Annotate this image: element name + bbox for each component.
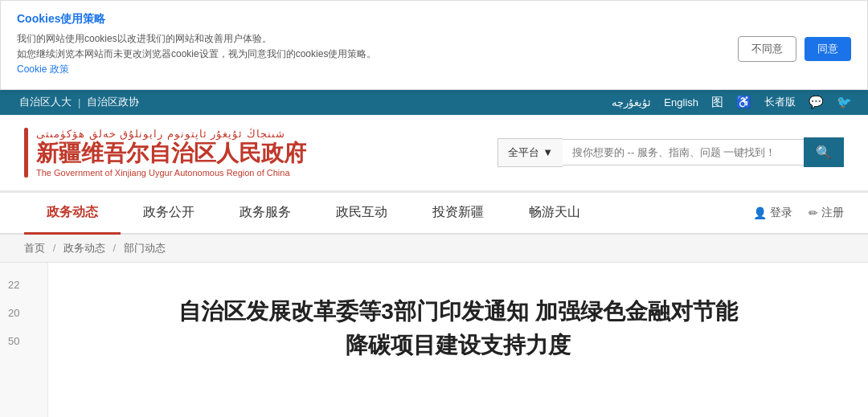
content-wrapper: 22 20 50 自治区发展改革委等3部门印发通知 加强绿色金融对节能降碳项目建… [0, 263, 868, 417]
top-bar: 自治区人大 | 自治区政协 ئۇيغۇرچە English 图 ♿ 长者版 💬… [0, 90, 868, 115]
chevron-down-icon: ▼ [542, 146, 553, 158]
logo-red-bar [24, 128, 28, 178]
search-input[interactable] [563, 140, 804, 165]
nav-item-zhengwugongkai[interactable]: 政务公开 [121, 193, 217, 235]
logo-chinese-text: 新疆维吾尔自治区人民政府 [36, 141, 306, 166]
accept-button[interactable]: 同意 [805, 37, 851, 61]
search-platform-selector[interactable]: 全平台 ▼ [497, 138, 563, 167]
topbar-image-icon[interactable]: 图 [711, 95, 723, 110]
nav-right: 👤 登录 ✏ 注册 [753, 206, 844, 220]
cookie-desc: 我们的网站使用cookies以改进我们的网站和改善用户体验。 如您继续浏览本网站… [17, 31, 722, 78]
main-nav: 政务动态 政务公开 政务服务 政民互动 投资新疆 畅游天山 👤 登录 ✏ 注册 [0, 193, 868, 235]
sidebar-left: 22 20 50 [0, 263, 48, 417]
cookie-banner: Cookies使用策略 我们的网站使用cookies以改进我们的网站和改善用户体… [0, 0, 868, 90]
nav-item-zhengminhudong[interactable]: 政民互动 [313, 193, 410, 235]
top-bar-right: ئۇيغۇرچە English 图 ♿ 长者版 💬 🐦 [612, 95, 852, 110]
topbar-separator: | [78, 96, 80, 108]
cookie-title: Cookies使用策略 [17, 12, 722, 27]
header: شىنجاڭ ئۇيغۇر ئاپتونوم رايونلۇق خەلق ھۆك… [0, 115, 868, 194]
top-bar-left: 自治区人大 | 自治区政协 [16, 95, 142, 109]
sidebar-item-1: 22 [8, 279, 39, 291]
breadcrumb-level2: 部门动态 [124, 242, 166, 254]
topbar-link-renda[interactable]: 自治区人大 [16, 95, 75, 109]
breadcrumb-sep2: / [113, 242, 117, 254]
topbar-english-link[interactable]: English [664, 96, 698, 108]
sidebar-item-3: 50 [8, 335, 39, 347]
logo-english-text: The Government of Xinjiang Uygur Autonom… [36, 168, 306, 178]
logo-container: شىنجاڭ ئۇيغۇر ئاپتونوم رايونلۇق خەلق ھۆك… [24, 128, 306, 178]
search-icon: 🔍 [816, 145, 832, 159]
cookie-actions: 不同意 同意 [738, 36, 851, 62]
topbar-accessibility-icon[interactable]: ♿ [736, 95, 751, 109]
nav-item-touziXinjiang[interactable]: 投资新疆 [410, 193, 506, 235]
topbar-link-zhengxie[interactable]: 自治区政协 [84, 95, 142, 109]
search-button[interactable]: 🔍 [804, 137, 844, 167]
nav-item-changyouTianshan[interactable]: 畅游天山 [506, 193, 603, 235]
logo-uyghur-text: شىنجاڭ ئۇيغۇر ئاپتونوم رايونلۇق خەلق ھۆك… [36, 128, 306, 140]
breadcrumb: 首页 / 政务动态 / 部门动态 [0, 235, 868, 263]
user-icon: 👤 [753, 206, 767, 219]
login-button[interactable]: 👤 登录 [753, 206, 792, 220]
edit-icon: ✏ [809, 206, 818, 219]
topbar-uyghur-link[interactable]: ئۇيغۇرچە [612, 96, 651, 108]
breadcrumb-sep1: / [53, 242, 56, 254]
breadcrumb-level1[interactable]: 政务动态 [63, 242, 105, 254]
nav-item-zhengwudongtai[interactable]: 政务动态 [24, 193, 121, 235]
logo-area: شىنجاڭ ئۇيغۇر ئاپتونوم رايونلۇق خەلق ھۆك… [36, 128, 306, 178]
topbar-wechat-icon[interactable]: 💬 [809, 95, 824, 109]
main-content: 自治区发展改革委等3部门印发通知 加强绿色金融对节能降碳项目建设支持力度 [48, 263, 868, 417]
search-input-wrap [563, 139, 804, 166]
topbar-elder-link[interactable]: 长者版 [764, 95, 796, 109]
search-area: 全平台 ▼ 🔍 [497, 137, 844, 167]
breadcrumb-home[interactable]: 首页 [24, 242, 45, 254]
topbar-weibo-icon[interactable]: 🐦 [837, 95, 852, 109]
register-button[interactable]: ✏ 注册 [809, 206, 844, 220]
cookie-text: Cookies使用策略 我们的网站使用cookies以改进我们的网站和改善用户体… [17, 12, 722, 78]
cookie-policy-link[interactable]: Cookie 政策 [17, 63, 69, 75]
nav-item-zhengwufuwu[interactable]: 政务服务 [217, 193, 313, 235]
sidebar-item-2: 20 [8, 307, 39, 319]
article-title: 自治区发展改革委等3部门印发通知 加强绿色金融对节能降碳项目建设支持力度 [177, 295, 739, 362]
decline-button[interactable]: 不同意 [738, 36, 796, 62]
